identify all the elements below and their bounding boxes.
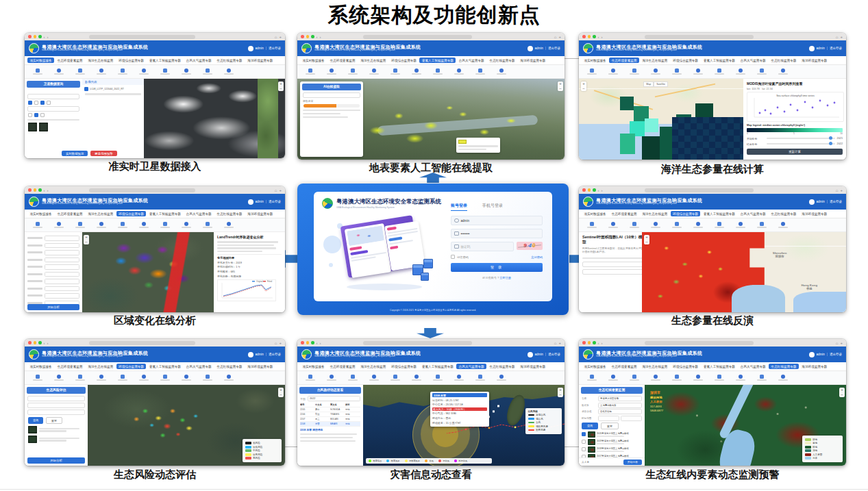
traffic-light-icon[interactable] [38, 188, 42, 192]
table-row[interactable]: 2205桑达SONGDA停编 [300, 407, 360, 412]
nav-tab[interactable]: 生态环境要素监测 [55, 211, 85, 216]
traffic-light-icon[interactable] [38, 341, 42, 344]
nav-forward-icon[interactable]: › [320, 341, 321, 345]
typhoon-popup[interactable]: 2208 米雷 过去时间：08-25 17时中心位置：23.5N / 117.5… [430, 392, 489, 427]
feature-icon[interactable] [412, 68, 421, 75]
new-tab-icon[interactable]: + [279, 188, 282, 192]
feature-icon[interactable] [454, 375, 464, 381]
nav-tab[interactable]: 准实时数据服务 [300, 58, 327, 63]
feature-icon[interactable] [672, 68, 682, 75]
user-avatar-icon[interactable] [809, 46, 815, 51]
start-year-slider[interactable]: 开始年份 2021 [747, 137, 843, 140]
feature-icon[interactable] [348, 375, 358, 381]
nav-tab[interactable]: 海洋环境监测专题 [799, 58, 830, 63]
zoom-control[interactable]: +− [84, 235, 89, 244]
theme-select[interactable]: 粤港澳大湾区专题 [598, 396, 642, 401]
preview-thumbnails[interactable] [28, 123, 79, 131]
recalculate-button[interactable]: 重新计算 [747, 149, 843, 155]
nav-tab[interactable]: 生态红线监测专题 [214, 58, 245, 63]
nav-tab[interactable]: 生态红线监测专题 [214, 364, 245, 369]
band-select[interactable]: 自然真彩色 [598, 409, 642, 414]
feature-icon[interactable] [139, 68, 149, 75]
traffic-light-icon[interactable] [588, 188, 591, 192]
param-row[interactable] [27, 286, 79, 292]
nav-back-icon[interactable]: ‹ [44, 35, 45, 39]
nav-tab[interactable]: 生态红线监测专题 [769, 58, 799, 63]
nav-back-icon[interactable]: ‹ [44, 188, 45, 192]
preview-button[interactable]: 实时数据预览 [62, 151, 88, 156]
feature-icon[interactable] [118, 68, 127, 75]
feature-icon[interactable] [182, 375, 191, 381]
lai-map[interactable]: Shenzhen深圳市 Hong Kong香港 +− [642, 232, 846, 312]
traffic-light-icon[interactable] [311, 35, 314, 38]
address-bar[interactable] [645, 35, 754, 39]
nav-tab[interactable]: 海洋生态在线监测 [86, 58, 116, 63]
feature-icon[interactable] [630, 375, 639, 381]
feature-icon[interactable] [608, 375, 618, 381]
feature-icon[interactable] [33, 375, 42, 381]
zoom-control[interactable]: +− [558, 81, 563, 91]
share-icon[interactable]: ⌂ [275, 188, 277, 192]
feature-icon[interactable] [118, 375, 127, 381]
nav-tab[interactable]: 要素人工智能监测专题 [701, 364, 737, 369]
item-checkbox[interactable] [582, 432, 586, 436]
nav-tab[interactable]: 准实时数据服务 [27, 364, 54, 369]
chlorophyll-map[interactable]: Map Satellite +− [579, 79, 743, 160]
nav-tab[interactable]: 准实时数据服务 [27, 211, 54, 216]
feature-icon[interactable] [75, 68, 85, 75]
feature-icon[interactable] [33, 222, 42, 229]
user-avatar-icon[interactable] [528, 46, 533, 51]
nav-tab[interactable]: 海洋环境监测专题 [799, 364, 830, 369]
nav-forward-icon[interactable]: › [47, 35, 49, 39]
feature-icon[interactable] [587, 222, 597, 229]
traffic-light-icon[interactable] [28, 188, 32, 192]
traffic-light-icon[interactable] [34, 35, 37, 38]
nav-tab[interactable]: 海洋生态在线监测 [640, 364, 670, 369]
feature-icon[interactable] [139, 375, 149, 381]
logout-link[interactable]: 退出登录 [830, 353, 842, 356]
nav-tab[interactable]: 要素人工智能监测专题 [147, 364, 183, 369]
feature-icon[interactable] [327, 68, 336, 75]
nav-forward-icon[interactable]: › [602, 188, 603, 192]
table-row[interactable]: 2208米雷MEARI停编 [300, 422, 360, 427]
nav-tab[interactable]: 环境综合监测专题 [671, 211, 701, 216]
feature-icon[interactable] [390, 375, 400, 381]
band-checkboxes[interactable] [28, 101, 79, 105]
traffic-light-icon[interactable] [588, 341, 591, 344]
new-tab-icon[interactable]: + [558, 35, 561, 39]
nav-tab[interactable]: 准实时数据服务 [582, 211, 608, 216]
feature-icon[interactable] [608, 222, 618, 229]
nav-tab[interactable]: 台风大气监测专题 [184, 211, 214, 216]
satellite-cloud-image[interactable]: +− [144, 79, 285, 158]
nav-tab[interactable]: 生态环境要素监测 [327, 364, 358, 369]
nav-tab[interactable]: 要素人工智能监测专题 [701, 58, 737, 63]
feature-icon[interactable] [497, 68, 506, 75]
feature-icon[interactable] [118, 222, 127, 229]
traffic-light-icon[interactable] [582, 341, 586, 344]
share-icon[interactable]: ⌂ [275, 341, 277, 345]
item-checkbox[interactable] [582, 447, 586, 451]
slider-knob[interactable] [829, 136, 832, 140]
nav-tab[interactable]: 台风大气监测专题 [738, 211, 768, 216]
new-tab-icon[interactable]: + [840, 188, 843, 192]
nav-tab[interactable]: 海洋生态在线监测 [358, 364, 388, 369]
param-row[interactable] [27, 279, 79, 284]
traffic-light-icon[interactable] [306, 35, 310, 38]
logout-link[interactable]: 退出登录 [830, 200, 842, 203]
traffic-light-icon[interactable] [593, 188, 596, 192]
address-bar[interactable] [89, 35, 195, 39]
nav-tab[interactable]: 准实时数据服务 [582, 58, 608, 63]
nav-forward-icon[interactable]: › [320, 35, 321, 39]
logout-link[interactable]: 退出登录 [269, 353, 281, 356]
zoom-control[interactable]: +− [278, 388, 284, 397]
feature-icon[interactable] [203, 222, 212, 229]
feature-icon[interactable] [97, 222, 106, 229]
zoom-control[interactable]: +− [839, 388, 845, 397]
table-row[interactable]: 2207木兰MULAN停编 [300, 417, 360, 422]
feature-icon[interactable] [390, 68, 400, 75]
nav-tab[interactable]: 生态红线监测专题 [214, 211, 245, 216]
item-checkbox[interactable] [84, 87, 88, 91]
feature-icon[interactable] [54, 222, 64, 229]
traffic-light-icon[interactable] [28, 35, 32, 38]
forgot-password-link[interactable]: 忘记密码 [531, 255, 543, 259]
